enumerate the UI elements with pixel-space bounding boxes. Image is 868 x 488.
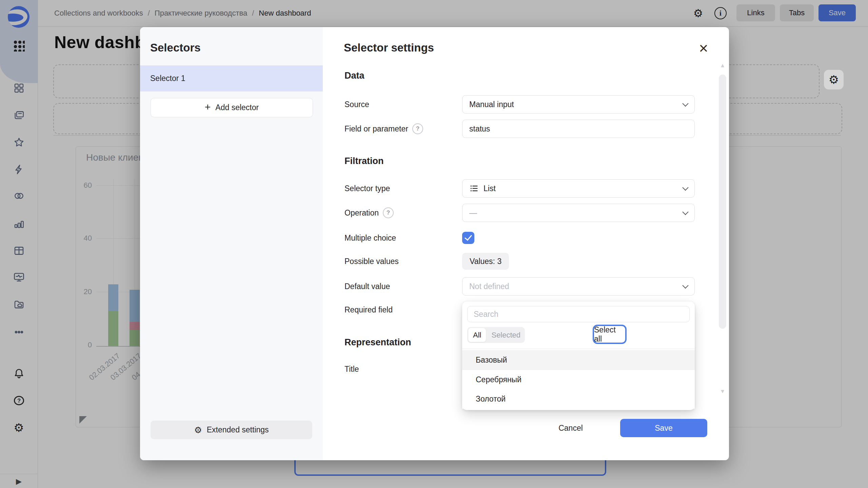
dropdown-divider xyxy=(462,349,695,349)
section-heading-data: Data xyxy=(344,70,364,81)
selector-type-value: List xyxy=(484,184,678,193)
operation-select[interactable]: — xyxy=(462,204,695,222)
close-icon: × xyxy=(699,40,708,56)
tab-all[interactable]: All xyxy=(468,328,486,342)
section-heading-filtration: Filtration xyxy=(344,156,384,166)
field-or-parameter-input[interactable] xyxy=(462,120,695,138)
source-select[interactable]: Manual input xyxy=(462,95,695,114)
screen: Collections and workbooks / Практические… xyxy=(0,0,868,488)
widget-settings-button[interactable]: ⚙ xyxy=(824,70,844,89)
default-value-select[interactable]: Not defined xyxy=(462,277,695,296)
chevron-down-icon xyxy=(682,184,688,190)
dropdown-option[interactable]: Базовый xyxy=(462,350,695,370)
plus-icon: + xyxy=(205,102,211,112)
scroll-down-arrow[interactable]: ▼ xyxy=(717,388,728,395)
help-circle-icon[interactable]: ? xyxy=(383,207,394,218)
field-or-parameter-label: Field or parameter ? xyxy=(344,120,423,138)
section-heading-representation: Representation xyxy=(344,337,411,348)
required-field-label: Required field xyxy=(344,301,393,319)
filter-tabs: All Selected xyxy=(467,327,525,343)
help-circle-icon[interactable]: ? xyxy=(412,123,423,134)
source-label: Source xyxy=(344,95,369,114)
gear-icon: ⚙ xyxy=(194,426,202,434)
possible-values-label: Possible values xyxy=(344,252,399,270)
dropdown-option[interactable]: Золотой xyxy=(462,389,695,409)
tab-selected[interactable]: Selected xyxy=(486,331,526,340)
settings-panel-title: Selector settings xyxy=(344,41,434,54)
chevron-down-icon xyxy=(682,100,688,106)
cancel-button[interactable]: Cancel xyxy=(550,419,591,437)
default-value-dropdown: All Selected Select all Базовый Серебрян… xyxy=(462,302,695,410)
extended-settings-label: Extended settings xyxy=(207,425,269,434)
default-value-placeholder: Not defined xyxy=(469,282,678,291)
gear-icon: ⚙ xyxy=(829,73,839,86)
selector-type-label: Selector type xyxy=(344,179,390,198)
selectors-panel: Selectors Selector 1 + Add selector ⚙ Ex… xyxy=(140,27,323,460)
default-value-label: Default value xyxy=(344,277,390,296)
selectors-panel-title: Selectors xyxy=(150,41,201,54)
operation-label: Operation ? xyxy=(344,204,394,222)
dialog-save-button[interactable]: Save xyxy=(620,419,707,437)
source-value: Manual input xyxy=(469,100,678,109)
scroll-up-arrow[interactable]: ▲ xyxy=(717,62,728,69)
select-all-button[interactable]: Select all xyxy=(593,325,627,344)
multiple-choice-checkbox[interactable] xyxy=(462,232,474,244)
scrollbar-thumb[interactable] xyxy=(719,75,726,329)
add-selector-label: Add selector xyxy=(215,103,259,112)
chevron-down-icon xyxy=(682,282,688,288)
selectors-dialog: Selectors Selector 1 + Add selector ⚙ Ex… xyxy=(140,27,729,460)
close-button[interactable]: × xyxy=(694,39,713,58)
selector-list-item[interactable]: Selector 1 xyxy=(140,65,323,92)
selector-item-label: Selector 1 xyxy=(150,74,185,83)
list-icon xyxy=(469,184,479,193)
add-selector-button[interactable]: + Add selector xyxy=(151,98,313,117)
possible-values-chip[interactable]: Values: 3 xyxy=(462,253,509,270)
chevron-down-icon xyxy=(682,209,688,215)
extended-settings-button[interactable]: ⚙ Extended settings xyxy=(151,421,312,439)
search-input[interactable] xyxy=(467,306,690,322)
title-label: Title xyxy=(344,360,359,378)
operation-value: — xyxy=(469,208,678,218)
dropdown-option[interactable]: Серебряный xyxy=(462,370,695,389)
selector-type-select[interactable]: List xyxy=(462,179,695,198)
multiple-choice-label: Multiple choice xyxy=(344,229,396,247)
